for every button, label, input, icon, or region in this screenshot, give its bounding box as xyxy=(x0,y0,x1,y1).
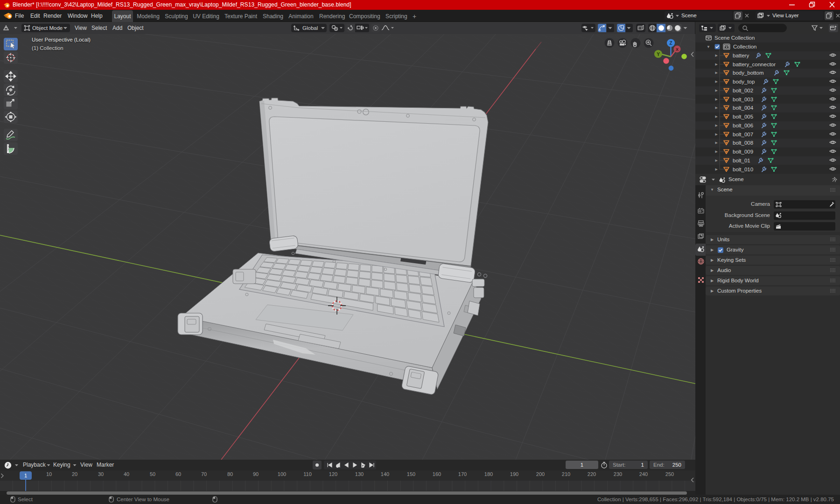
svg-text:Z: Z xyxy=(669,41,672,46)
svg-text:X: X xyxy=(676,47,679,52)
svg-text:Y: Y xyxy=(657,52,660,57)
